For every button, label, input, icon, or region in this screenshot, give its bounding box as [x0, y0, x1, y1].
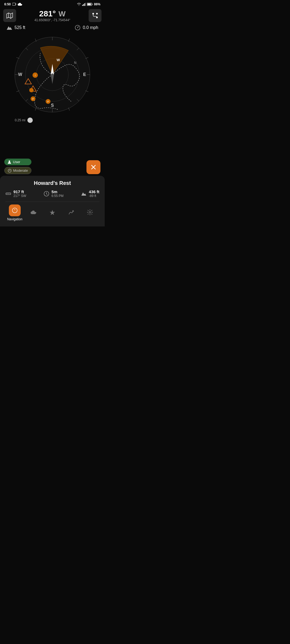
svg-line-63	[46, 194, 47, 195]
wifi-icon	[77, 3, 81, 6]
svg-rect-8	[92, 4, 92, 5]
panel-eta: 5m 6:55 PM	[44, 189, 64, 198]
svg-rect-5	[85, 3, 86, 6]
compass: S E W W N ! i P P	[12, 34, 93, 115]
battery-icon	[87, 3, 93, 6]
ruler-icon	[5, 191, 11, 197]
panel-elevation-value: 436 ft	[89, 189, 99, 194]
svg-rect-0	[12, 3, 16, 5]
nav-trail[interactable]	[63, 206, 79, 219]
bearing-value: 217° SW	[13, 194, 26, 198]
info-panel: Howard's Rest 917 ft 217° SW 5m	[0, 176, 105, 226]
svg-point-68	[89, 211, 91, 213]
svg-text:W: W	[57, 58, 60, 62]
svg-rect-4	[84, 3, 85, 6]
stats-row: 525 ft 0.0 mph	[0, 24, 105, 32]
difficulty-badge[interactable]: Moderate	[4, 167, 31, 174]
svg-text:E: E	[83, 72, 86, 77]
panel-title: Howard's Rest	[5, 180, 99, 186]
star-nav-icon	[49, 209, 55, 215]
time-display: 6:50	[4, 2, 11, 6]
svg-point-53	[9, 160, 10, 162]
nav-settings-icon-wrap	[84, 206, 96, 218]
speed-icon	[75, 25, 81, 31]
user-icon	[8, 160, 11, 164]
moon-indicator	[27, 118, 33, 123]
svg-point-51	[29, 88, 34, 92]
nav-navigation-label: Navigation	[7, 217, 23, 221]
nav-waypoint-icon-wrap	[46, 206, 58, 218]
battery-percent: 86%	[94, 2, 100, 6]
difficulty-label: Moderate	[13, 169, 28, 173]
compass-svg: S E W W N ! i P P	[12, 34, 93, 115]
nav-settings[interactable]	[82, 206, 98, 219]
close-icon	[90, 164, 96, 170]
heading-degrees: 281°	[39, 9, 56, 18]
nav-navigation-icon-wrap	[9, 204, 21, 216]
signal-icon	[82, 3, 86, 6]
svg-point-15	[77, 27, 78, 28]
tablet-icon	[12, 3, 16, 6]
trail-nav-icon	[68, 209, 74, 215]
panel-stats: 917 ft 217° SW 5m 6:55 PM 436 ft -89 f	[5, 189, 99, 202]
map-button[interactable]	[3, 9, 16, 22]
header: 281° W 41.650903°, -71.754544°	[0, 8, 105, 24]
coordinates: 41.650903°, -71.754544°	[34, 18, 70, 22]
route-button[interactable]	[89, 9, 102, 22]
elevation-gain: -89 ft	[89, 194, 99, 198]
svg-rect-7	[87, 3, 91, 5]
svg-rect-1	[16, 4, 16, 5]
status-bar: 6:50 86%	[0, 0, 105, 8]
speed-value: 0.0 mph	[83, 25, 98, 30]
close-button[interactable]	[86, 160, 100, 174]
svg-text:P: P	[47, 100, 49, 103]
svg-text:i: i	[35, 74, 35, 77]
badge-group: User Moderate	[4, 159, 31, 174]
heading-block: 281° W 41.650903°, -71.754544°	[34, 9, 70, 22]
nav-waypoint[interactable]	[44, 206, 60, 219]
eta-time: 6:55 PM	[52, 194, 64, 198]
scale-label: 0.25 mi	[15, 118, 33, 123]
speed-stat: 0.0 mph	[75, 25, 98, 31]
eta-value: 5m	[52, 189, 64, 194]
svg-rect-3	[83, 4, 84, 6]
svg-text:W: W	[18, 72, 22, 77]
distance-info: 917 ft 217° SW	[13, 189, 26, 198]
eta-info: 5m 6:55 PM	[52, 189, 64, 198]
svg-point-54	[8, 169, 11, 172]
distance-value: 917 ft	[13, 189, 26, 194]
elevation-info: 436 ft -89 ft	[89, 189, 99, 198]
svg-rect-2	[82, 5, 83, 6]
panel-elevation: 436 ft -89 ft	[81, 189, 99, 198]
scale-value: 0.25 mi	[15, 118, 25, 122]
elevation-stat: 525 ft	[6, 25, 25, 30]
difficulty-icon	[8, 169, 12, 173]
svg-point-13	[96, 13, 98, 14]
nav-weather-icon-wrap	[28, 206, 39, 218]
svg-marker-67	[72, 210, 74, 211]
heading-direction: W	[59, 10, 66, 18]
compass-nav-icon	[12, 207, 18, 213]
svg-text:N: N	[74, 61, 77, 65]
nav-weather[interactable]	[26, 206, 42, 219]
action-area: User Moderate	[0, 159, 105, 174]
route-icon	[92, 12, 99, 19]
nav-navigation[interactable]: Navigation	[7, 204, 23, 221]
compass-section: S E W W N ! i P P	[0, 34, 105, 123]
panel-distance: 917 ft 217° SW	[5, 189, 26, 198]
svg-point-11	[92, 13, 94, 14]
elevation-value: 525 ft	[15, 25, 25, 30]
cloud-icon	[18, 3, 23, 6]
map-icon	[6, 12, 13, 19]
bottom-nav: Navigation	[5, 202, 99, 226]
cloud-nav-icon	[30, 209, 37, 215]
mountain-icon	[6, 25, 12, 30]
user-badge[interactable]: User	[4, 159, 31, 165]
nav-trail-icon-wrap	[65, 206, 77, 218]
user-label: User	[13, 160, 20, 164]
clock-icon	[44, 191, 49, 197]
svg-text:S: S	[51, 103, 54, 108]
svg-rect-57	[6, 193, 11, 195]
gear-nav-icon	[87, 209, 93, 215]
elevation-icon	[81, 191, 87, 197]
